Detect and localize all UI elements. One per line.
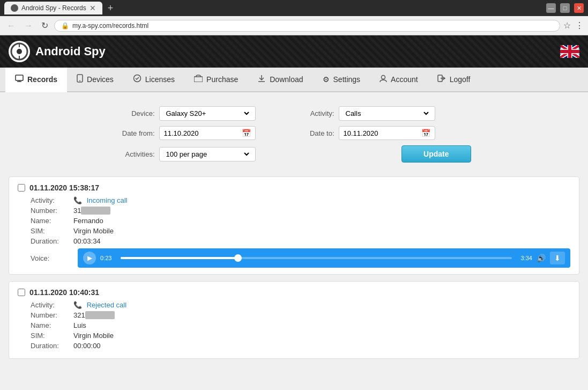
name-row-2: Name: Luis	[31, 321, 570, 329]
device-select[interactable]: Galaxy S20+	[159, 106, 256, 121]
download-audio-button-1[interactable]: ⬇	[550, 252, 565, 264]
address-bar: ← → ↻ 🔒 my.a-spy.com/records.html ☆ ⋮	[0, 16, 588, 35]
play-button-1[interactable]: ▶	[83, 252, 96, 264]
close-button[interactable]: ✕	[574, 3, 584, 13]
calendar-to-icon[interactable]: 📅	[421, 129, 430, 137]
tab-devices-label: Devices	[87, 75, 114, 84]
activity-field-label-2: Activity:	[31, 301, 73, 309]
record-checkbox-2[interactable]	[18, 289, 25, 296]
app-name: Android Spy	[35, 45, 106, 58]
number-field-label-1: Number:	[31, 207, 73, 215]
tab-download[interactable]: Download	[248, 68, 312, 92]
activity-select[interactable]: Calls SMS Location	[339, 106, 435, 121]
window-controls: — □ ✕	[546, 3, 584, 13]
sim-field-value-1: Virgin Mobile	[73, 227, 114, 235]
svg-rect-17	[16, 75, 23, 80]
incoming-call-icon: 📞	[73, 196, 82, 204]
sim-field-label-2: SIM:	[31, 332, 73, 340]
number-field-value-2: 321	[73, 311, 115, 319]
purchase-tab-icon	[194, 75, 203, 84]
record-fields-1: Activity: 📞 Incoming call Number: 31 Nam…	[18, 196, 570, 268]
tab-settings[interactable]: ⚙ Settings	[313, 68, 370, 92]
date-from-input[interactable]: 11.10.2020 📅	[159, 126, 256, 140]
volume-icon-1[interactable]: 🔊	[537, 254, 546, 262]
time-current-1: 0:23	[100, 255, 116, 261]
tab-records[interactable]: Records	[5, 68, 67, 92]
reload-button[interactable]: ↻	[39, 19, 51, 32]
tab-logoff-label: Logoff	[450, 75, 471, 84]
menu-icon[interactable]: ⋮	[575, 20, 584, 31]
browser-tab[interactable]: Android Spy - Records ✕	[4, 2, 102, 14]
maximize-button[interactable]: □	[560, 3, 570, 13]
url-text: my.a-spy.com/records.html	[72, 22, 148, 30]
name-field-label-2: Name:	[31, 321, 73, 329]
new-tab-button[interactable]: +	[108, 3, 114, 14]
date-to-value: 10.11.2020	[344, 129, 378, 137]
record-card-1: 01.11.2020 15:38:17 Activity: 📞 Incoming…	[9, 176, 579, 275]
tab-account-label: Account	[391, 75, 418, 84]
tab-purchase[interactable]: Purchase	[184, 68, 248, 92]
audio-player-bar-1: ▶ 0:23 3:34 🔊 ⬇	[78, 248, 570, 268]
calendar-from-icon[interactable]: 📅	[242, 129, 251, 137]
name-field-value-2: Luis	[73, 321, 86, 329]
svg-point-21	[79, 80, 80, 82]
progress-track-1[interactable]	[121, 257, 512, 259]
tab-logoff[interactable]: Logoff	[428, 68, 480, 92]
update-button-row: Update	[297, 145, 471, 163]
title-bar: Android Spy - Records ✕ + — □ ✕	[0, 0, 588, 16]
record-checkbox-1[interactable]	[18, 184, 25, 192]
tab-account[interactable]: Account	[370, 68, 428, 92]
tab-devices[interactable]: Devices	[67, 68, 123, 92]
svg-rect-16	[560, 50, 579, 53]
activity-field-value-1: 📞 Incoming call	[73, 196, 128, 204]
date-from-value: 11.10.2020	[164, 129, 199, 137]
activities-label: Activities:	[117, 150, 155, 158]
record-fields-2: Activity: 📞 Rejected call Number: 321 Na…	[18, 301, 570, 350]
tab-licenses[interactable]: Licenses	[123, 68, 184, 92]
activity-row-1: Activity: 📞 Incoming call	[31, 196, 570, 204]
record-header-2: 01.11.2020 10:40:31	[18, 288, 570, 297]
duration-row-2: Duration: 00:00:00	[31, 342, 570, 350]
forward-button[interactable]: →	[21, 20, 35, 32]
activity-filter-row: Activity: Calls SMS Location	[297, 106, 471, 121]
bookmark-icon[interactable]: ☆	[563, 20, 571, 31]
device-dropdown[interactable]: Galaxy S20+	[164, 109, 251, 118]
activity-text-1: Incoming call	[87, 196, 128, 204]
duration-field-label-2: Duration:	[31, 342, 73, 350]
svg-rect-23	[194, 77, 203, 82]
back-button[interactable]: ←	[4, 20, 18, 32]
date-to-input[interactable]: 10.11.2020 📅	[339, 126, 435, 140]
app-logo: Android Spy	[9, 41, 106, 62]
minimize-button[interactable]: —	[546, 3, 556, 13]
progress-fill-1	[121, 257, 238, 259]
activities-dropdown[interactable]: 100 per page 50 per page 25 per page	[164, 150, 251, 159]
svg-point-25	[382, 75, 385, 79]
number-row-1: Number: 31	[31, 207, 570, 215]
name-field-label-1: Name:	[31, 217, 73, 225]
device-filter-row: Device: Galaxy S20+	[117, 106, 292, 121]
activity-text-2: Rejected call	[87, 301, 126, 309]
tab-purchase-label: Purchase	[206, 75, 238, 84]
update-button[interactable]: Update	[401, 145, 471, 163]
main-content: Device: Galaxy S20+ Activity: Calls SMS …	[0, 92, 588, 390]
devices-tab-icon	[77, 74, 83, 84]
activities-select[interactable]: 100 per page 50 per page 25 per page	[159, 147, 256, 161]
lock-icon: 🔒	[61, 22, 69, 30]
tab-close-button[interactable]: ✕	[90, 4, 96, 12]
tab-records-label: Records	[27, 75, 57, 84]
duration-field-value-2: 00:00:00	[73, 342, 101, 350]
record-datetime-1: 01.11.2020 15:38:17	[29, 183, 99, 192]
activity-dropdown[interactable]: Calls SMS Location	[344, 109, 430, 118]
browser-actions: ☆ ⋮	[563, 20, 584, 31]
url-bar[interactable]: 🔒 my.a-spy.com/records.html	[54, 20, 560, 32]
number-field-label-2: Number:	[31, 311, 73, 319]
name-field-value-1: Fernando	[73, 217, 103, 225]
date-from-label: Date from:	[117, 129, 155, 137]
tab-title: Android Spy - Records	[21, 4, 86, 12]
app-header: Android Spy	[0, 35, 588, 68]
logoff-tab-icon	[437, 75, 446, 84]
voice-label-1: Voice:	[31, 254, 73, 262]
duration-field-label-1: Duration:	[31, 237, 73, 245]
licenses-tab-icon	[133, 74, 142, 84]
records-tab-icon	[15, 75, 24, 84]
